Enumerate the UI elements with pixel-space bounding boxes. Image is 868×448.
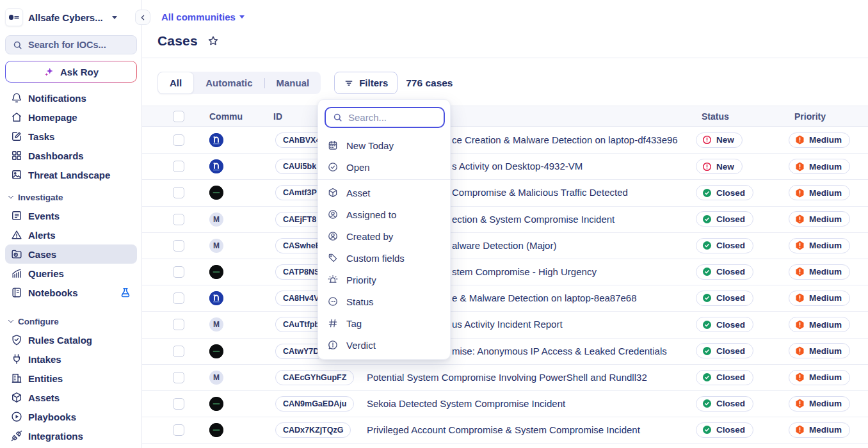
status-badge: New — [696, 132, 743, 148]
sidebar-item-threat-landscape[interactable]: Threat Landscape — [5, 165, 137, 184]
ask-roy-button[interactable]: Ask Roy — [5, 61, 137, 83]
status-badge: Closed — [696, 422, 753, 438]
column-header-status[interactable]: Status — [696, 111, 789, 122]
filter-option-status[interactable]: Status — [318, 291, 450, 312]
filter-search[interactable] — [325, 107, 445, 128]
row-checkbox-cell — [142, 319, 204, 330]
filters-button[interactable]: Filters — [334, 72, 398, 94]
row-checkbox-cell — [142, 372, 204, 383]
case-id-pill[interactable]: CAN9mGaEDAju — [275, 396, 354, 412]
row-status-cell: Closed — [696, 343, 789, 359]
sidebar-item-playbooks[interactable]: Playbooks — [5, 407, 137, 426]
table-row[interactable]: CAtwY7Dmise: Anonymous IP Access & Leake… — [142, 339, 868, 365]
row-checkbox[interactable] — [173, 346, 184, 357]
notebooks-icon — [10, 286, 23, 299]
case-id-pill[interactable]: CASwheE — [275, 238, 319, 253]
case-id-pill[interactable]: CAhBVX4 — [275, 132, 319, 148]
filter-search-input[interactable] — [348, 112, 431, 123]
column-header-community[interactable]: Commu — [204, 111, 268, 122]
ioc-search[interactable] — [5, 35, 137, 54]
table-row[interactable]: CAN9mGaEDAjuSekoia Detected System Compr… — [142, 391, 868, 417]
case-id-pill[interactable]: CAUi5bk — [275, 159, 319, 174]
row-community-cell — [204, 159, 268, 173]
sidebar-item-label: Notebooks — [28, 287, 114, 298]
row-checkbox[interactable] — [173, 398, 184, 410]
communities-selector[interactable]: All communities — [161, 12, 245, 22]
case-id-pill[interactable]: CAmtf3P — [275, 185, 319, 200]
tab-automatic[interactable]: Automatic — [194, 72, 264, 94]
sidebar-item-alerts[interactable]: Alerts — [5, 225, 137, 244]
row-community-cell — [204, 133, 268, 147]
row-checkbox[interactable] — [173, 187, 184, 198]
filter-option-tag[interactable]: Tag — [318, 312, 450, 334]
sidebar-item-intakes[interactable]: Intakes — [5, 349, 137, 369]
case-id-pill[interactable]: CA8Hv4V — [275, 291, 319, 306]
sidebar-item-dashboards[interactable]: Dashboards — [5, 146, 137, 165]
row-community-cell: M — [204, 371, 268, 385]
filter-option-label: Asset — [346, 188, 371, 198]
case-id-pill[interactable]: CATP8NS — [275, 264, 319, 280]
filter-option-open[interactable]: Open — [318, 156, 450, 178]
hash-icon — [327, 317, 339, 329]
row-status-cell: Closed — [696, 396, 789, 412]
star-icon[interactable] — [207, 35, 220, 47]
filter-option-custom-fields[interactable]: Custom fields — [318, 247, 450, 269]
case-id-pill[interactable]: CAEcGYhGupFZ — [275, 370, 354, 385]
case-id-pill[interactable]: CAtwY7D — [275, 344, 319, 359]
filter-option-priority[interactable]: Priority — [318, 269, 450, 291]
case-id-pill[interactable]: CAEjFT8 — [275, 212, 319, 227]
table-row[interactable]: MCAEjFT8ection & System Compromise Incid… — [142, 207, 868, 233]
row-checkbox[interactable] — [173, 372, 184, 383]
table-row[interactable]: CADx7KZjTQzGPrivileged Account Compromis… — [142, 417, 868, 444]
sidebar-section-configure[interactable]: Configure — [5, 312, 137, 330]
sidebar-item-cases[interactable]: Cases — [5, 244, 137, 264]
row-checkbox[interactable] — [173, 134, 184, 146]
filter-option-new-today[interactable]: New Today — [318, 134, 450, 156]
filter-option-asset[interactable]: Asset — [318, 182, 450, 204]
table-row[interactable]: CAhBVX4ce Creation & Malware Detection o… — [142, 127, 868, 154]
table-row[interactable]: CATP8NSstem Compromise - High UrgencyClo… — [142, 259, 868, 285]
sidebar-item-entities[interactable]: Entities — [5, 369, 137, 388]
priority-badge: Medium — [789, 159, 850, 174]
ioc-search-input[interactable] — [28, 40, 124, 50]
flask-icon[interactable] — [119, 286, 132, 299]
sidebar-item-notebooks[interactable]: Notebooks — [5, 283, 137, 302]
sidebar-item-rules-catalog[interactable]: Rules Catalog — [5, 330, 137, 349]
sidebar-item-assets[interactable]: Assets — [5, 388, 137, 407]
row-checkbox[interactable] — [173, 161, 184, 172]
filter-option-label: Verdict — [346, 340, 376, 351]
sidebar-collapse-button[interactable] — [135, 10, 150, 25]
table-row[interactable]: CA8Hv4Ve & Malware Detection on laptop-8… — [142, 285, 868, 312]
sidebar-item-events[interactable]: Events — [5, 206, 137, 225]
table-row[interactable]: MCASwheEalware Detection (Major)ClosedMe… — [142, 233, 868, 259]
filter-option-created-by[interactable]: Created by — [318, 225, 450, 247]
column-header-priority[interactable]: Priority — [789, 111, 868, 122]
community-avatar — [209, 423, 223, 437]
sidebar-item-notifications[interactable]: Notifications — [5, 88, 137, 108]
sidebar-item-homepage[interactable]: Homepage — [5, 108, 137, 127]
select-all-checkbox[interactable] — [173, 111, 184, 122]
case-id-pill[interactable]: CADx7KZjTQzG — [275, 422, 351, 438]
sidebar-item-queries[interactable]: Queries — [5, 264, 137, 283]
filter-option-verdict[interactable]: Verdict — [318, 334, 450, 356]
row-community-cell — [204, 186, 268, 200]
tab-all[interactable]: All — [157, 72, 194, 94]
sidebar-section-investigate[interactable]: Investigate — [5, 188, 137, 206]
org-switcher[interactable]: Allsafe Cybers... — [5, 8, 133, 26]
table-row[interactable]: CAmtf3PCompromise & Malicious Traffic De… — [142, 180, 868, 206]
table-row[interactable]: MCAEcGYhGupFZPotential System Compromise… — [142, 365, 868, 391]
sidebar-item-tasks[interactable]: Tasks — [5, 127, 137, 146]
sidebar-item-integrations[interactable]: Integrations — [5, 426, 137, 445]
row-checkbox-cell — [142, 266, 204, 278]
row-checkbox[interactable] — [173, 292, 184, 304]
row-checkbox[interactable] — [173, 214, 184, 225]
table-row[interactable]: CAUi5bks Activity on Desktop-4932-VMNewM… — [142, 154, 868, 180]
row-checkbox[interactable] — [173, 266, 184, 278]
row-checkbox[interactable] — [173, 424, 184, 436]
row-checkbox[interactable] — [173, 319, 184, 330]
tab-manual[interactable]: Manual — [265, 72, 321, 94]
row-checkbox[interactable] — [173, 240, 184, 252]
table-row[interactable]: MCAuTtfpbus Activity Incident ReportClos… — [142, 312, 868, 338]
case-id-pill[interactable]: CAuTtfpb — [275, 317, 319, 332]
filter-option-assigned-to[interactable]: Assigned to — [318, 204, 450, 225]
